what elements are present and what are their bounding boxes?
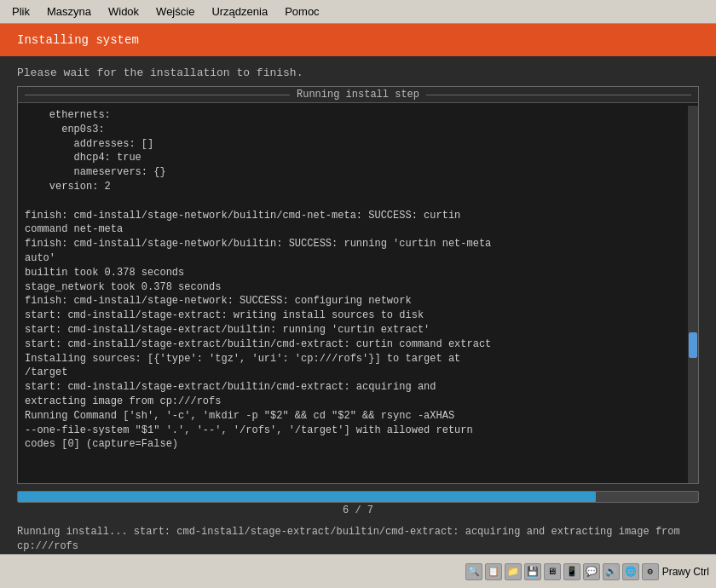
taskbar-icon-chat[interactable]: 💬 — [583, 563, 600, 580]
taskbar-icon-folder[interactable]: 📁 — [505, 563, 522, 580]
menu-plik[interactable]: Plik — [3, 3, 38, 20]
taskbar-icons: 🔍 📋 📁 💾 🖥 📱 💬 🔊 🌐 ⚙ — [465, 563, 659, 580]
progress-area: 6 / 7 — [0, 484, 716, 522]
menubar: Plik Maszyna Widok Wejście Urządzenia Po… — [0, 0, 716, 24]
taskbar-icon-device[interactable]: 📱 — [563, 563, 580, 580]
menu-pomoc[interactable]: Pomoc — [276, 3, 327, 20]
wait-message: Please wait for the installation to fini… — [0, 56, 716, 86]
install-header: Installing system — [0, 24, 716, 56]
taskbar-icon-display[interactable]: 🖥 — [544, 563, 561, 580]
taskbar-icon-sound[interactable]: 🔊 — [603, 563, 620, 580]
progress-fill — [18, 492, 596, 502]
taskbar-icon-search[interactable]: 🔍 — [465, 563, 482, 580]
progress-label: 6 / 7 — [343, 504, 373, 516]
menu-widok[interactable]: Widok — [100, 3, 147, 20]
status-bar: Running install... start: cmd-install/st… — [0, 522, 716, 554]
menu-wejscie[interactable]: Wejście — [147, 3, 203, 20]
scrollbar[interactable] — [688, 106, 698, 483]
progress-bar — [17, 491, 699, 503]
taskbar-icon-save[interactable]: 💾 — [524, 563, 541, 580]
install-title: Installing system — [17, 33, 139, 47]
terminal-output[interactable]: ethernets: enp0s3: addresses: [] dhcp4: … — [18, 103, 698, 483]
taskbar-icon-network[interactable]: 🌐 — [622, 563, 639, 580]
terminal-title: Running install step — [18, 87, 698, 103]
ctrl-label: Prawy Ctrl — [662, 566, 709, 578]
taskbar-icon-settings[interactable]: ⚙ — [642, 563, 659, 580]
menu-urzadzenia[interactable]: Urządzenia — [203, 3, 276, 20]
scrollbar-thumb[interactable] — [689, 332, 697, 358]
main-area: Installing system Please wait for the in… — [0, 24, 716, 554]
taskbar-icon-clipboard[interactable]: 📋 — [485, 563, 502, 580]
taskbar: 🔍 📋 📁 💾 🖥 📱 💬 🔊 🌐 ⚙ Prawy Ctrl — [0, 554, 716, 588]
menu-maszyna[interactable]: Maszyna — [38, 3, 100, 20]
terminal-container: Running install step ethernets: enp0s3: … — [17, 86, 699, 484]
